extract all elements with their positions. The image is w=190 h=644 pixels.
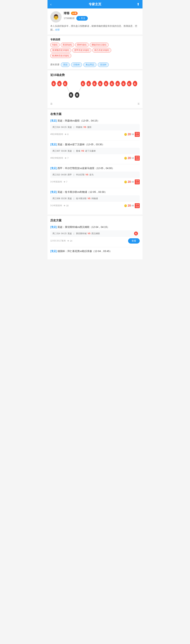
plan-card-2: [竞足] 英超：曼城vs诺丁汉森林（12-05，03:30） 周三007 03:… bbox=[50, 143, 140, 160]
svg-text:黑: 黑 bbox=[70, 94, 72, 97]
plan-3-title[interactable]: [竞足] 西甲：毕尔巴鄂竞技vs皇家马德里（12-05，04:00） bbox=[50, 166, 140, 170]
plan-1-meta: 49分钟前发布 👁 6 bbox=[50, 133, 68, 136]
record-tag-6: 荷乙历史10连红 bbox=[92, 48, 111, 52]
plan-2-price-current: 28 bbox=[128, 156, 131, 160]
specialty-label: 擅长联赛 bbox=[50, 63, 59, 66]
profile-top: 👨 球客 10 级 17306粉丝 + 关注 bbox=[50, 11, 140, 22]
desc-full-link[interactable]: 全部 bbox=[55, 28, 60, 31]
plan-4-price-original: 88 bbox=[132, 204, 134, 207]
svg-text:红: 红 bbox=[88, 82, 90, 85]
plan-2-meta: 49分钟前发布 👁 7 bbox=[50, 156, 68, 160]
svg-text:红: 红 bbox=[99, 82, 101, 85]
hist-1-detail: 周二014 04:15 英超 ｜ 莱切斯特城 VS 西汉姆联 红 bbox=[50, 230, 140, 237]
trend-svg: 红 红 红 黑 黑 红 红 红 红 红 红 红 bbox=[50, 80, 140, 101]
fans-count: 17306粉丝 bbox=[64, 17, 75, 20]
plan-1-price-current: 28 bbox=[128, 133, 131, 136]
record-tag-3: 挪超历史12连红 bbox=[90, 42, 109, 47]
league-tag-1[interactable]: 日联杯 bbox=[71, 62, 82, 67]
history-section: 历史方案 [竞足] 英超：莱切斯特城vs西汉姆联（12-04，04:15） 周二… bbox=[47, 216, 143, 260]
first-order-badge-1: 首单优惠 bbox=[135, 132, 140, 137]
plan-4-footer: 3小时前发布 👁 18 🪙 28 88 首单优惠 bbox=[50, 203, 140, 208]
result-badge-1: 红 bbox=[134, 232, 138, 236]
history-title: 历史方案 bbox=[50, 219, 140, 222]
league-tag-0[interactable]: 英冠 bbox=[61, 62, 70, 67]
plan-1-price-original: 58 bbox=[132, 133, 134, 136]
league-tag-2[interactable]: 奥运男足 bbox=[83, 62, 96, 67]
trend-chart: 红 红 红 黑 黑 红 红 红 红 红 红 红 bbox=[50, 80, 140, 101]
plan-2-tag: [竞足] bbox=[50, 143, 57, 146]
history-card-2: [竞足] 德国杯：拜仁慕尼黑vs勒沃库森（12-04，03:45） bbox=[50, 249, 140, 253]
plan-1-price: 🪙 28 58 首单优惠 bbox=[124, 132, 140, 137]
profile-info: 球客 10 级 17306粉丝 + 关注 bbox=[64, 11, 140, 20]
trend-labels: 远 近 bbox=[50, 102, 140, 105]
back-button[interactable]: ‹ bbox=[50, 2, 51, 6]
plan-2-title[interactable]: [竞足] 英超：曼城vs诺丁汉森林（12-05，03:30） bbox=[50, 143, 140, 146]
hist-1-title[interactable]: [竞足] 英超：莱切斯特城vs西汉姆联（12-04，04:15） bbox=[50, 225, 140, 229]
onsale-section: 在售方案 [竞足] 英超：阿森纳vs曼联（12-05，04:15） 周三014 … bbox=[47, 110, 143, 214]
onsale-title: 在售方案 bbox=[50, 112, 140, 116]
plan-4-price-current: 28 bbox=[128, 204, 131, 207]
expert-record-section: 专家战绩 9连红 英冠5连红 西杯5连红 挪超历史12连红 亚洲预历史10连红 … bbox=[47, 36, 143, 61]
plan-3-price-original: 88 bbox=[132, 180, 134, 183]
plan-1-title[interactable]: [竞足] 英超：阿森纳vs曼联（12-05，04:15） bbox=[50, 119, 140, 122]
svg-text:黑: 黑 bbox=[76, 94, 78, 97]
level-badge: 10 级 bbox=[71, 12, 78, 15]
record-tags-row2: 亚洲预历史10连红 意甲历史10连红 荷乙历史10连红 bbox=[50, 48, 140, 52]
trend-far-label: 远 bbox=[50, 102, 52, 105]
svg-text:红: 红 bbox=[134, 82, 136, 85]
plan-4-meta: 3小时前发布 👁 18 bbox=[50, 204, 68, 207]
hist-1-footer: 12-03 15:17发布 👁 14 查看 bbox=[50, 238, 140, 244]
first-order-badge-4: 首单优惠 bbox=[135, 203, 140, 208]
plan-card-4: [竞足] 英超：纽卡斯尔联vs利物浦（12-05，03:30） 周三008 03… bbox=[50, 190, 140, 208]
plan-2-footer: 49分钟前发布 👁 7 🪙 28 58 首单优惠 bbox=[50, 156, 140, 160]
hist-2-title[interactable]: [竞足] 德国杯：拜仁慕尼黑vs勒沃库森（12-04，03:45） bbox=[50, 249, 140, 253]
hist-1-tag: [竞足] bbox=[50, 226, 57, 228]
header: ‹ 专家主页 ⬆ bbox=[47, 0, 143, 8]
record-tag-0: 9连红 bbox=[50, 42, 60, 47]
record-tag-7: 欧洲杯历史10连红 bbox=[50, 54, 71, 58]
profile-section: 👨 球客 10 级 17306粉丝 + 关注 本人实战经验多年，擅长盘口指数解读… bbox=[47, 8, 143, 34]
record-tag-4: 亚洲预历史10连红 bbox=[50, 48, 71, 52]
svg-text:红: 红 bbox=[111, 82, 113, 85]
plan-1-footer: 49分钟前发布 👁 6 🪙 28 58 首单优惠 bbox=[50, 132, 140, 137]
profile-name-row: 球客 10 级 bbox=[64, 11, 140, 15]
plan-card-3: [竞足] 西甲：毕尔巴鄂竞技vs皇家马德里（12-05，04:00） 周三013… bbox=[50, 166, 140, 184]
profile-fans-follow: 17306粉丝 + 关注 bbox=[64, 16, 140, 20]
record-tag-1: 英冠5连红 bbox=[61, 42, 74, 47]
specialty-section: 擅长联赛 英冠 日联杯 奥运男足 亚冠杯 bbox=[47, 61, 143, 69]
svg-text:红: 红 bbox=[58, 82, 60, 85]
plan-4-title[interactable]: [竞足] 英超：纽卡斯尔联vs利物浦（12-05，03:30） bbox=[50, 190, 140, 194]
plan-4-price: 🪙 28 88 首单优惠 bbox=[124, 203, 140, 208]
svg-text:红: 红 bbox=[122, 82, 125, 85]
plan-4-detail: 周三008 03:30 英超 ｜ 纽卡斯尔联 VS 利物浦 bbox=[50, 195, 140, 202]
plan-1-tag: [竞足] bbox=[50, 119, 57, 122]
league-tag-3[interactable]: 亚冠杯 bbox=[98, 62, 109, 67]
record-tags-row1: 9连红 英冠5连红 西杯5连红 挪超历史12连红 bbox=[50, 42, 140, 47]
trend-near-label: 近 bbox=[138, 102, 140, 105]
svg-text:红: 红 bbox=[105, 82, 107, 85]
follow-button[interactable]: + 关注 bbox=[76, 16, 88, 20]
plan-3-price-current: 28 bbox=[128, 180, 131, 184]
svg-text:红: 红 bbox=[93, 82, 96, 85]
record-tags-row3: 欧洲杯历史10连红 bbox=[50, 54, 140, 58]
svg-text:红: 红 bbox=[117, 82, 119, 85]
svg-text:红: 红 bbox=[82, 82, 84, 85]
first-order-badge-2: 首单优惠 bbox=[135, 156, 140, 160]
plan-2-week: 周三007 bbox=[52, 150, 60, 152]
plan-3-price: 🪙 28 88 首单优惠 bbox=[124, 180, 140, 184]
header-title: 专家主页 bbox=[89, 2, 101, 6]
plan-2-price-original: 58 bbox=[132, 157, 134, 159]
plan-3-footer: 3小时前发布 👁 7 🪙 28 88 首单优惠 bbox=[50, 180, 140, 184]
share-button[interactable]: ⬆ bbox=[137, 2, 140, 6]
plan-4-week: 周三008 bbox=[52, 197, 60, 200]
plan-4-tag: [竞足] bbox=[50, 190, 57, 193]
svg-text:红: 红 bbox=[53, 82, 55, 85]
svg-text:红: 红 bbox=[128, 82, 130, 85]
plan-2-price: 🪙 28 58 首单优惠 bbox=[124, 156, 140, 160]
hist-1-view-button[interactable]: 查看 bbox=[128, 238, 140, 244]
profile-name: 球客 bbox=[64, 11, 70, 15]
plan-3-detail: 周三013 04:00 西甲 ｜ 毕尔巴鄂 VS 皇马 bbox=[50, 172, 140, 178]
hist-2-tag: [竞足] bbox=[50, 250, 57, 252]
plan-1-week: 周三014 bbox=[52, 126, 60, 129]
stats-title: 专家战绩 bbox=[50, 38, 140, 41]
